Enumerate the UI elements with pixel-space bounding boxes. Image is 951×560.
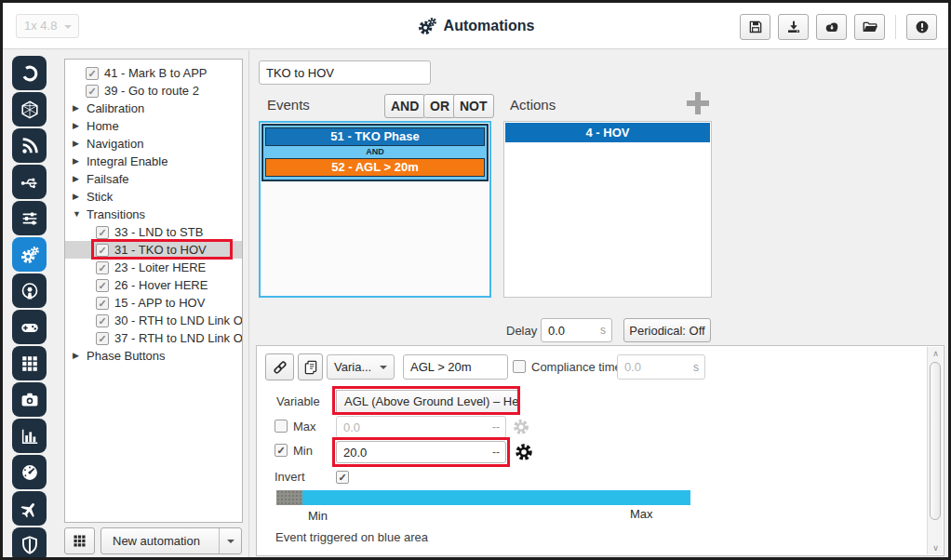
scroll-down-icon[interactable]: ∨ [928, 541, 944, 554]
automation-name-input[interactable] [259, 60, 431, 85]
tree-branch[interactable]: Calibration [65, 100, 242, 117]
rail-item-podcast[interactable] [12, 273, 47, 308]
scrollbar-thumb[interactable] [930, 362, 941, 520]
scroll-up-icon[interactable]: ∧ [928, 347, 944, 360]
rail-item-usb[interactable] [12, 165, 47, 199]
add-action-icon[interactable] [687, 92, 709, 114]
tree-branch[interactable]: Phase Buttons [65, 347, 242, 365]
rail-item-settings[interactable] [12, 201, 47, 235]
rail-item-automations[interactable] [12, 237, 47, 272]
action-item-hov[interactable]: 4 - HOV [505, 123, 710, 142]
chevron-down-icon[interactable] [73, 206, 83, 223]
range-gray-zone [276, 490, 302, 505]
tree-item[interactable]: 26 - Hover HERE [65, 276, 242, 294]
event-name-input[interactable] [404, 355, 507, 379]
event-group[interactable]: 51 - TKO Phase AND 52 - AGL > 20m [261, 124, 489, 181]
grid-view-button[interactable] [64, 527, 95, 554]
events-list[interactable]: 51 - TKO Phase AND 52 - AGL > 20m [259, 121, 491, 298]
checkbox[interactable] [96, 314, 109, 327]
min-suffix: -- [492, 446, 500, 459]
copy-button[interactable] [298, 353, 323, 380]
actions-label: Actions [510, 97, 556, 113]
rss-icon [20, 136, 40, 156]
tree-item[interactable]: 37 - RTH to LND Link Ok [65, 329, 242, 347]
tree-item[interactable]: 33 - LND to STB [65, 223, 242, 241]
event-item-tko-phase[interactable]: 51 - TKO Phase [265, 127, 485, 146]
tree-item-selected[interactable]: 31 - TKO to HOV [65, 241, 242, 259]
rail-item-power[interactable] [12, 56, 47, 90]
rail-item-shield[interactable] [12, 527, 47, 560]
or-operator-button[interactable]: OR [423, 94, 456, 118]
rail-item-gamepad[interactable] [12, 310, 47, 344]
compliance-input[interactable] [618, 355, 704, 379]
tree-branch[interactable]: Home [65, 117, 242, 135]
min-input[interactable] [337, 442, 505, 462]
invert-checkbox[interactable] [336, 471, 349, 484]
trigger-range-bar [276, 490, 690, 505]
checkbox[interactable] [96, 244, 109, 257]
checkbox[interactable] [96, 297, 109, 310]
rail-item-grid[interactable] [12, 346, 47, 380]
event-type-dropdown[interactable]: Varia... [327, 354, 395, 380]
compliance-checkbox[interactable] [513, 360, 526, 373]
max-input[interactable] [337, 417, 505, 437]
checkbox[interactable] [96, 226, 109, 239]
open-folder-button[interactable] [854, 14, 885, 40]
chevron-right-icon[interactable] [73, 100, 83, 117]
tree-item[interactable]: 23 - Loiter HERE [65, 259, 242, 276]
chevron-right-icon[interactable] [73, 347, 83, 365]
max-checkbox[interactable] [275, 420, 288, 433]
camera-icon [20, 390, 40, 410]
rail-item-charts[interactable] [12, 419, 47, 453]
events-label: Events [267, 97, 310, 113]
max-settings-gear-icon[interactable] [512, 418, 530, 436]
checkbox[interactable] [96, 261, 109, 274]
tree-branch[interactable]: Stick [65, 188, 242, 206]
save-icon [747, 19, 764, 35]
tree-branch-transitions[interactable]: Transitions [65, 206, 242, 223]
periodical-button[interactable]: Periodical: Off [623, 318, 711, 342]
alert-button[interactable] [906, 14, 937, 40]
tree-item-label: 15 - APP to HOV [114, 294, 205, 312]
rail-item-camera[interactable] [12, 382, 47, 417]
tree-item-label: 41 - Mark B to APP [104, 64, 208, 82]
not-operator-button[interactable]: NOT [453, 94, 494, 118]
tree-item[interactable]: 41 - Mark B to APP [65, 64, 242, 82]
alert-icon [914, 19, 931, 35]
chevron-right-icon[interactable] [73, 170, 83, 188]
checkbox[interactable] [86, 67, 99, 80]
cloud-download-button[interactable] [816, 14, 847, 40]
grid-icon [72, 533, 87, 549]
tree-branch[interactable]: Navigation [65, 135, 242, 153]
tree-branch[interactable]: Failsafe [65, 170, 242, 188]
range-min-label: Min [308, 509, 328, 523]
dropdown-caret[interactable] [219, 528, 241, 553]
event-item-agl[interactable]: 52 - AGL > 20m [265, 158, 485, 177]
event-detail-panel: Varia... Compliance time s Variable AGL … [256, 345, 944, 556]
new-automation-dropdown[interactable]: New automation [100, 527, 242, 554]
tree-item[interactable]: 39 - Go to route 2 [65, 82, 242, 100]
rail-item-mesh[interactable] [12, 92, 47, 127]
rail-item-gauge[interactable] [12, 455, 47, 489]
rail-item-telemetry[interactable] [12, 128, 47, 163]
checkbox[interactable] [96, 279, 109, 292]
min-settings-gear-icon[interactable] [514, 442, 534, 462]
link-button[interactable] [265, 353, 294, 380]
variable-dropdown[interactable]: AGL (Above Ground Level) – Hei... [336, 390, 518, 413]
chevron-right-icon[interactable] [73, 188, 83, 206]
chevron-right-icon[interactable] [73, 135, 83, 153]
checkbox[interactable] [86, 85, 99, 98]
save-button[interactable] [740, 14, 770, 40]
and-operator-button[interactable]: AND [384, 94, 425, 118]
min-checkbox[interactable] [275, 444, 288, 457]
chevron-right-icon[interactable] [73, 153, 83, 170]
download-button[interactable] [778, 14, 809, 40]
rail-item-plane[interactable] [12, 491, 47, 526]
tree-item[interactable]: 15 - APP to HOV [65, 294, 242, 312]
tree-item[interactable]: 30 - RTH to LND Link Off [65, 312, 242, 329]
checkbox[interactable] [96, 332, 109, 345]
tree-branch[interactable]: Integral Enable [65, 153, 242, 170]
chevron-right-icon[interactable] [73, 117, 83, 135]
actions-list[interactable]: 4 - HOV [503, 121, 712, 298]
scrollbar[interactable]: ∧ ∨ [927, 347, 943, 554]
